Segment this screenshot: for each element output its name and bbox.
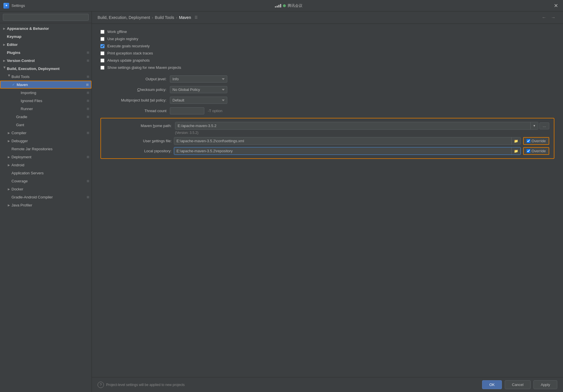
- signal-bars-icon: [275, 4, 281, 7]
- settings-icon: ⊞: [87, 195, 89, 199]
- sidebar-item-importing[interactable]: Importing ⊞: [0, 89, 92, 97]
- output-level-select[interactable]: Debug Info Warning Error: [170, 75, 227, 83]
- print-exception-label: Print exception stack traces: [107, 51, 153, 55]
- cancel-button[interactable]: Cancel: [505, 380, 531, 389]
- sidebar-item-appearance[interactable]: ▶ Appearance & Behavior: [0, 24, 92, 32]
- sidebar-item-docker[interactable]: ▶ Docker: [0, 185, 92, 193]
- search-input[interactable]: [3, 14, 89, 21]
- center-app-name: 腾讯会议: [288, 3, 302, 8]
- expand-arrow-icon: ▶: [2, 42, 6, 46]
- sidebar-item-maven[interactable]: ✓ Maven ⊞: [0, 81, 92, 89]
- form-section: Output level: Debug Info Warning Error C…: [100, 75, 554, 114]
- nav-buttons: ← →: [540, 14, 557, 21]
- sidebar-item-label: Deployment: [11, 155, 87, 159]
- checksum-policy-label: Checksum policy:: [100, 87, 166, 92]
- expand-arrow-icon: ▶: [7, 139, 11, 143]
- user-settings-combo: 📁: [174, 137, 521, 145]
- sidebar-item-label: Appearance & Behavior: [7, 26, 89, 31]
- user-settings-override-checkbox[interactable]: [527, 139, 530, 143]
- sidebar-item-build-exec[interactable]: ▶ Build, Execution, Deployment: [0, 65, 92, 73]
- breadcrumb-menu-icon[interactable]: ☰: [195, 15, 198, 19]
- title-bar: ✦ Settings 腾讯会议 ✕: [0, 0, 563, 11]
- expand-arrow-icon: ▶: [7, 131, 11, 135]
- user-settings-input[interactable]: [174, 137, 511, 145]
- local-repo-label: Local repository:: [106, 149, 172, 153]
- maven-home-label: Maven home path:: [106, 124, 172, 128]
- breadcrumb-build: Build, Execution, Deployment: [98, 15, 150, 20]
- sidebar-item-label: Java Profiler: [11, 203, 89, 207]
- execute-goals-checkbox[interactable]: [100, 44, 104, 48]
- work-offline-checkbox[interactable]: [100, 30, 104, 34]
- sidebar-item-label: Version Control: [7, 58, 87, 63]
- nav-back-button[interactable]: ←: [540, 14, 548, 21]
- signal-bar-2: [277, 6, 278, 7]
- maven-home-more-btn[interactable]: …: [539, 122, 549, 129]
- sidebar-item-build-tools[interactable]: ▶ Build Tools ⊞: [0, 73, 92, 81]
- sidebar-item-compiler[interactable]: ▶ Compiler ⊞: [0, 129, 92, 137]
- bottom-help: ? Project-level settings will be applied…: [98, 382, 185, 388]
- close-button[interactable]: ✕: [553, 2, 560, 9]
- sidebar-item-label: Debugger: [11, 139, 89, 143]
- show-settings-checkbox[interactable]: [100, 66, 104, 70]
- print-exception-checkbox[interactable]: [100, 51, 104, 55]
- use-plugin-registry-checkbox[interactable]: [100, 37, 104, 41]
- sidebar-item-debugger[interactable]: ▶ Debugger: [0, 137, 92, 145]
- expand-arrow-icon: ▶: [2, 58, 6, 63]
- thread-count-row: Thread count -T option: [100, 107, 554, 114]
- bottom-hint: Project-level settings will be applied t…: [106, 383, 185, 387]
- sidebar-item-editor[interactable]: ▶ Editor: [0, 40, 92, 48]
- breadcrumb-bar: Build, Execution, Deployment › Build Too…: [92, 11, 563, 24]
- search-box: 🔍: [0, 11, 92, 23]
- expand-arrow-icon: ▶: [7, 163, 11, 167]
- expand-arrow-icon: ▶: [2, 67, 6, 71]
- local-repo-override-box: Override: [523, 147, 549, 155]
- sidebar-item-app-servers[interactable]: Application Servers: [0, 169, 92, 177]
- sidebar-item-plugins[interactable]: Plugins ⊞: [0, 48, 92, 56]
- t-option-label: -T option: [208, 109, 222, 113]
- sidebar-item-remote-jar[interactable]: Remote Jar Repositories: [0, 145, 92, 153]
- user-settings-group: 📁: [174, 137, 521, 145]
- sidebar-item-java-profiler[interactable]: ▶ Java Profiler: [0, 201, 92, 209]
- maven-home-dropdown-btn[interactable]: ▼: [530, 122, 538, 129]
- sidebar-item-label: Gradle: [16, 115, 87, 119]
- sidebar-item-android[interactable]: ▶ Android: [0, 161, 92, 169]
- thread-count-label: Thread count: [100, 109, 166, 113]
- search-wrapper: 🔍: [3, 14, 89, 21]
- thread-count-input[interactable]: [170, 107, 204, 114]
- checksum-policy-select[interactable]: No Global Policy Strict Lax: [170, 86, 227, 93]
- title-bar-title: Settings: [11, 3, 25, 8]
- sidebar-item-coverage[interactable]: Coverage ⊞: [0, 177, 92, 185]
- sidebar-item-gant[interactable]: Gant: [0, 121, 92, 129]
- sidebar-item-gradle-android[interactable]: Gradle-Android Compiler ⊞: [0, 193, 92, 201]
- ok-button[interactable]: OK: [482, 380, 502, 389]
- nav-forward-button[interactable]: →: [549, 14, 557, 21]
- user-settings-folder-btn[interactable]: 📁: [511, 137, 521, 145]
- multiproject-policy-select[interactable]: Default At End Never Always: [170, 97, 227, 104]
- sidebar-item-label: Build Tools: [11, 75, 87, 79]
- settings-icon: ⊞: [87, 75, 89, 79]
- expand-arrow-icon: ▶: [7, 155, 11, 159]
- sidebar-item-version-control[interactable]: ▶ Version Control ⊞: [0, 56, 92, 65]
- maven-home-row: Maven home path: ▼ …: [106, 122, 549, 130]
- always-update-checkbox[interactable]: [100, 58, 104, 63]
- output-level-row: Output level: Debug Info Warning Error: [100, 75, 554, 83]
- user-settings-override-box: Override: [523, 137, 549, 145]
- expand-arrow-icon: ▶: [7, 203, 11, 207]
- local-repo-input[interactable]: [174, 147, 511, 155]
- settings-panel: Build, Execution, Deployment › Build Too…: [92, 11, 563, 392]
- sidebar-item-keymap[interactable]: Keymap: [0, 32, 92, 40]
- sidebar-item-ignored-files[interactable]: Ignored Files ⊞: [0, 97, 92, 105]
- sidebar-item-gradle[interactable]: Gradle ⊞: [0, 113, 92, 121]
- local-repo-folder-btn[interactable]: 📁: [511, 147, 521, 155]
- local-repo-override-checkbox[interactable]: [527, 149, 530, 153]
- maven-home-input[interactable]: [175, 122, 530, 129]
- sidebar-item-runner[interactable]: Runner ⊞: [0, 105, 92, 113]
- apply-button[interactable]: Apply: [533, 380, 557, 389]
- help-button[interactable]: ?: [98, 382, 104, 388]
- sidebar-item-deployment[interactable]: ▶ Deployment ⊞: [0, 153, 92, 161]
- sidebar-item-label: Application Servers: [11, 171, 89, 175]
- settings-icon: ⊞: [87, 99, 89, 103]
- sidebar-item-label: Android: [11, 163, 89, 167]
- signal-bar-3: [278, 5, 279, 7]
- output-level-label: Output level:: [100, 77, 166, 81]
